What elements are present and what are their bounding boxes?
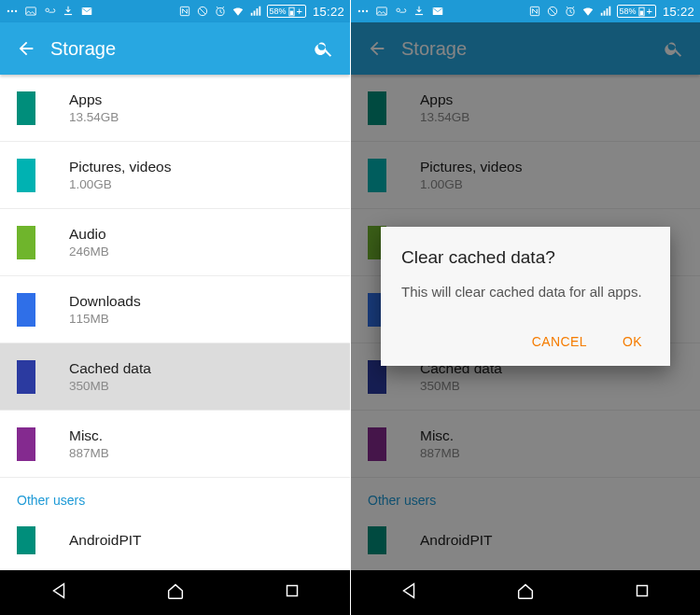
svg-point-0 <box>7 10 9 12</box>
svg-rect-24 <box>639 10 643 14</box>
nav-bar <box>351 570 700 615</box>
nfc-icon <box>178 5 191 18</box>
clock: 15:22 <box>663 5 694 19</box>
wifi-icon <box>231 5 245 18</box>
screen-clear-cache-dialog: 58%+ 15:22 Storage Apps13.54GB Pictures,… <box>350 0 700 615</box>
nav-back-icon[interactable] <box>49 580 69 605</box>
dialog-message: This will clear cached data for all apps… <box>401 283 650 301</box>
no-sim-icon <box>546 5 559 18</box>
color-swatch <box>17 293 35 327</box>
svg-point-2 <box>15 10 17 12</box>
color-swatch <box>17 360 35 394</box>
mail-icon <box>431 5 444 18</box>
svg-rect-5 <box>64 14 72 15</box>
color-swatch <box>17 427 35 461</box>
nav-bar <box>0 570 350 615</box>
nav-home-icon[interactable] <box>165 580 186 605</box>
battery-indicator: 58%+ <box>617 5 656 18</box>
nav-home-icon[interactable] <box>515 580 536 605</box>
item-size: 115MB <box>69 312 141 326</box>
color-swatch <box>17 526 35 554</box>
color-swatch <box>17 159 35 192</box>
item-size: 1.00GB <box>69 177 171 191</box>
storage-list[interactable]: Apps13.54GB Pictures, videos1.00GB Audio… <box>0 75 350 570</box>
nfc-icon <box>528 5 541 18</box>
search-button[interactable] <box>305 30 343 67</box>
svg-rect-18 <box>415 14 423 15</box>
list-item-cached[interactable]: Cached data350MB <box>0 343 350 411</box>
screen-storage-list: 58%+ 15:22 Storage Apps13.54GB Pictures,… <box>0 0 350 615</box>
svg-rect-25 <box>637 586 647 596</box>
download-icon <box>62 5 75 18</box>
wifi-icon <box>581 5 595 18</box>
ok-button[interactable]: OK <box>619 327 646 356</box>
item-size: 350MB <box>69 379 151 393</box>
item-title: Audio <box>69 226 109 243</box>
status-bar: 58%+ 15:22 <box>0 0 350 22</box>
no-sim-icon <box>196 5 209 18</box>
item-size: 246MB <box>69 245 109 259</box>
download-icon <box>413 5 426 18</box>
svg-point-17 <box>397 8 400 12</box>
item-title: Pictures, videos <box>69 159 171 175</box>
svg-rect-12 <box>287 586 297 596</box>
alarm-icon <box>214 5 227 18</box>
item-title: AndroidPIT <box>69 532 142 549</box>
color-swatch <box>17 91 35 125</box>
item-title: Misc. <box>69 427 109 444</box>
back-button[interactable] <box>7 30 45 67</box>
nav-recent-icon[interactable] <box>282 580 302 605</box>
list-item-pictures[interactable]: Pictures, videos1.00GB <box>0 142 350 209</box>
item-size: 13.54GB <box>69 110 119 124</box>
svg-rect-19 <box>433 7 443 15</box>
list-item-apps[interactable]: Apps13.54GB <box>0 75 350 142</box>
photo-icon <box>375 5 388 18</box>
list-item-audio[interactable]: Audio246MB <box>0 209 350 276</box>
svg-point-13 <box>358 10 360 12</box>
battery-indicator: 58%+ <box>267 5 306 18</box>
more-icon <box>357 5 370 18</box>
page-title: Storage <box>50 38 116 60</box>
mail-icon <box>80 5 93 18</box>
photo-icon <box>24 5 37 18</box>
alarm-icon <box>564 5 577 18</box>
app-bar: Storage <box>0 22 350 75</box>
nav-recent-icon[interactable] <box>632 580 652 605</box>
svg-point-15 <box>366 10 368 12</box>
clear-cache-dialog: Clear cached data? This will clear cache… <box>381 227 670 365</box>
dialog-title: Clear cached data? <box>401 247 650 268</box>
more-icon <box>6 5 19 18</box>
item-title: Apps <box>69 91 119 108</box>
list-item-downloads[interactable]: Downloads115MB <box>0 276 350 343</box>
svg-rect-11 <box>289 10 293 14</box>
signal-icon <box>249 5 262 18</box>
clock: 15:22 <box>313 5 344 19</box>
section-other-users: Other users <box>0 478 350 517</box>
nav-back-icon[interactable] <box>399 580 419 605</box>
cancel-button[interactable]: CANCEL <box>528 327 591 356</box>
svg-point-1 <box>11 10 13 12</box>
weather-icon <box>394 5 407 18</box>
svg-point-14 <box>362 10 364 12</box>
signal-icon <box>599 5 612 18</box>
item-title: Downloads <box>69 293 141 310</box>
weather-icon <box>43 5 56 18</box>
item-size: 887MB <box>69 446 109 460</box>
svg-rect-6 <box>82 7 92 15</box>
item-title: Cached data <box>69 360 151 377</box>
color-swatch <box>17 226 35 259</box>
list-item-misc[interactable]: Misc.887MB <box>0 411 350 478</box>
svg-point-4 <box>46 8 49 12</box>
status-bar: 58%+ 15:22 <box>351 0 700 22</box>
modal-scrim[interactable]: Clear cached data? This will clear cache… <box>351 22 700 570</box>
list-item-other-user[interactable]: AndroidPIT <box>0 517 350 564</box>
